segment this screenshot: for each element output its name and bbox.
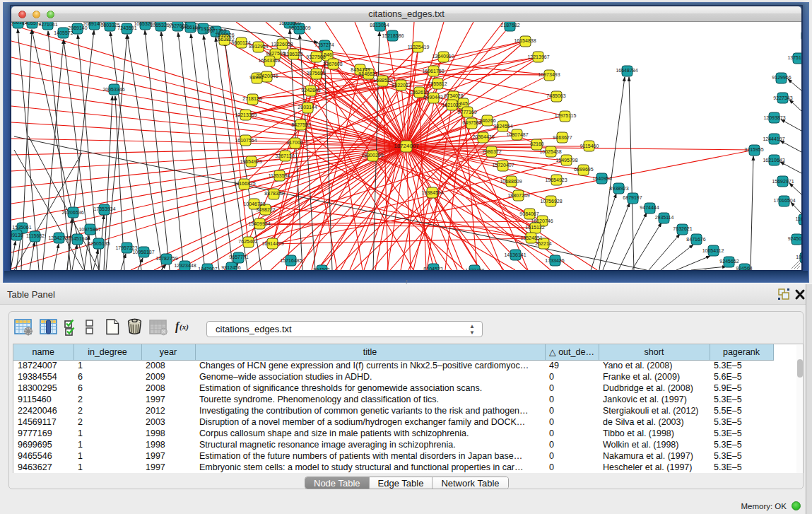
- svg-text:10973493: 10973493: [538, 72, 560, 77]
- svg-text:12323448: 12323448: [174, 263, 196, 268]
- svg-text:8471676: 8471676: [686, 237, 705, 242]
- svg-text:116753: 116753: [796, 216, 801, 221]
- svg-text:7243591: 7243591: [117, 25, 136, 30]
- svg-text:16120746: 16120746: [531, 218, 553, 223]
- svg-text:12444197: 12444197: [763, 136, 784, 141]
- svg-text:1733426: 1733426: [465, 268, 484, 270]
- svg-text:9660124: 9660124: [231, 40, 250, 45]
- svg-text:9812456: 9812456: [221, 265, 240, 270]
- svg-text:13751074: 13751074: [787, 55, 801, 60]
- svg-text:10654112: 10654112: [702, 248, 724, 253]
- svg-text:9227343: 9227343: [773, 95, 792, 100]
- svg-text:9777169: 9777169: [457, 110, 476, 115]
- svg-text:12093873: 12093873: [763, 115, 785, 120]
- svg-text:14136141: 14136141: [504, 252, 526, 257]
- svg-text:8104523: 8104523: [423, 267, 442, 270]
- svg-text:7625402: 7625402: [238, 239, 257, 244]
- svg-text:1640954: 1640954: [592, 176, 611, 181]
- svg-text:9245652: 9245652: [719, 259, 739, 264]
- svg-text:18807249: 18807249: [507, 193, 529, 198]
- svg-text:8938923: 8938923: [609, 186, 628, 191]
- svg-text:8912954: 8912954: [249, 44, 268, 49]
- svg-text:12213967: 12213967: [527, 54, 549, 59]
- svg-text:20206536: 20206536: [61, 210, 83, 215]
- svg-text:11325419: 11325419: [408, 45, 430, 49]
- svg-text:19654923: 19654923: [240, 159, 261, 164]
- svg-text:18300295: 18300295: [361, 153, 383, 158]
- svg-text:20053346: 20053346: [102, 87, 124, 92]
- svg-text:18724007: 18724007: [394, 143, 419, 149]
- svg-text:6879197: 6879197: [623, 195, 642, 200]
- svg-text:10958187: 10958187: [132, 250, 154, 255]
- svg-text:10046788: 10046788: [243, 201, 265, 206]
- svg-text:15720407: 15720407: [492, 163, 514, 168]
- svg-text:9463627: 9463627: [553, 135, 572, 140]
- svg-text:1042907: 1042907: [198, 267, 217, 270]
- svg-text:98901: 98901: [249, 75, 264, 80]
- svg-text:746266: 746266: [479, 118, 495, 123]
- svg-text:8427552: 8427552: [291, 122, 310, 127]
- svg-text:16210643: 16210643: [763, 158, 784, 163]
- svg-text:6497508: 6497508: [462, 120, 481, 125]
- svg-text:8186323: 8186323: [283, 52, 302, 57]
- svg-text:12342737: 12342737: [48, 235, 70, 240]
- svg-text:6734028: 6734028: [444, 93, 463, 98]
- svg-text:252214: 252214: [535, 241, 551, 246]
- svg-text:1145194: 1145194: [69, 236, 88, 241]
- svg-text:8322037: 8322037: [392, 83, 411, 88]
- svg-text:2367608: 2367608: [323, 62, 342, 66]
- svg-text:8990443: 8990443: [423, 95, 442, 100]
- svg-text:1362615: 1362615: [409, 90, 428, 95]
- svg-text:8813054: 8813054: [370, 23, 389, 28]
- svg-text:8878332: 8878332: [264, 191, 283, 196]
- svg-text:3875685: 3875685: [306, 71, 325, 76]
- svg-text:10807487: 10807487: [506, 132, 528, 137]
- svg-text:9115460: 9115460: [580, 144, 599, 148]
- svg-text:7357274: 7357274: [314, 42, 334, 47]
- svg-text:15716485: 15716485: [280, 258, 302, 263]
- svg-text:3267130: 3267130: [275, 153, 294, 158]
- svg-text:1733426: 1733426: [545, 258, 564, 263]
- svg-text:16914479: 16914479: [261, 241, 283, 246]
- svg-text:39139: 39139: [11, 233, 23, 238]
- svg-text:11353594: 11353594: [269, 173, 290, 178]
- svg-text:15692971: 15692971: [772, 179, 794, 184]
- svg-text:9474444: 9474444: [640, 205, 659, 210]
- svg-text:3498222: 3498222: [256, 207, 275, 212]
- svg-text:924564: 924564: [736, 266, 752, 270]
- svg-text:2089140: 2089140: [68, 25, 87, 30]
- svg-text:10756928: 10756928: [540, 199, 562, 204]
- svg-text:17353934: 17353934: [93, 206, 115, 211]
- svg-text:1115682: 1115682: [26, 233, 45, 238]
- svg-text:7485063: 7485063: [546, 93, 565, 98]
- svg-text:1405572: 1405572: [54, 30, 73, 35]
- svg-text:9271041: 9271041: [38, 22, 57, 27]
- svg-text:9146821: 9146821: [358, 71, 377, 76]
- svg-text:20364436: 20364436: [472, 134, 494, 139]
- svg-text:12975115: 12975115: [555, 113, 577, 118]
- svg-text:2718126: 2718126: [242, 96, 261, 101]
- svg-text:3824554: 3824554: [493, 124, 512, 129]
- svg-text:9242848: 9242848: [301, 88, 320, 93]
- svg-text:417006: 417006: [286, 140, 302, 145]
- svg-text:16033809: 16033809: [288, 25, 310, 30]
- svg-text:6899695: 6899695: [574, 167, 593, 172]
- svg-text:9084067: 9084067: [519, 211, 539, 216]
- svg-text:2935114: 2935114: [655, 215, 674, 220]
- svg-text:16782759: 16782759: [155, 256, 177, 261]
- svg-text:16107554: 16107554: [235, 138, 257, 143]
- svg-text:7632621: 7632621: [673, 226, 692, 231]
- svg-text:9129966: 9129966: [772, 75, 791, 80]
- svg-text:62160: 62160: [530, 141, 544, 146]
- svg-text:9657771: 9657771: [229, 255, 248, 259]
- svg-text:17016504: 17016504: [773, 198, 795, 203]
- svg-text:16154838: 16154838: [514, 38, 536, 43]
- svg-text:10688609: 10688609: [500, 179, 522, 184]
- svg-text:13226058: 13226058: [271, 42, 293, 47]
- svg-text:10975867: 10975867: [78, 227, 100, 232]
- svg-text:9245011: 9245011: [788, 236, 801, 241]
- svg-text:9327505: 9327505: [266, 51, 285, 56]
- svg-text:19166825: 19166825: [233, 181, 255, 186]
- svg-text:16648784: 16648784: [616, 68, 637, 73]
- svg-text:16961758: 16961758: [422, 69, 444, 74]
